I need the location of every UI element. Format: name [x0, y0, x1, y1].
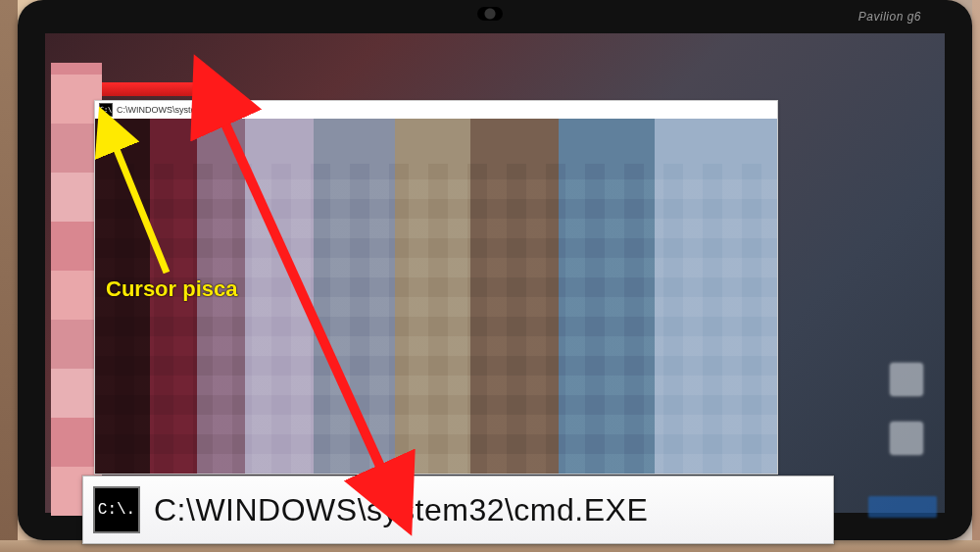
cmd-icon: C:\. [93, 486, 140, 533]
photo-stage: Pavilion g6 C:\ C:\WINDOWS\system32\cmd.… [0, 0, 980, 552]
webcam-icon [477, 7, 503, 21]
taskbar-clock-area [868, 496, 937, 518]
pixelation-overlay [95, 164, 777, 474]
cmd-titlebar[interactable]: C:\ C:\WINDOWS\system32\cmd.EXE [95, 101, 777, 120]
laptop-brand-label: Pavilion g6 [858, 10, 921, 24]
cmd-icon: C:\ [99, 103, 113, 117]
room-edge-right [972, 0, 980, 552]
zoom-titlebar-text: C:\WINDOWS\system32\cmd.EXE [154, 492, 648, 528]
room-edge-left [0, 0, 18, 552]
annotation-cursor-label: Cursor pisca [106, 276, 238, 302]
desktop-shortcut-icon [890, 422, 923, 455]
cmd-window-title: C:\WINDOWS\system32\cmd.EXE [117, 105, 252, 115]
desktop-shortcut-icon [890, 363, 923, 396]
zoom-titlebar-callout: C:\. C:\WINDOWS\system32\cmd.EXE [82, 476, 834, 544]
pixelation-overlay-top-red [102, 82, 218, 96]
